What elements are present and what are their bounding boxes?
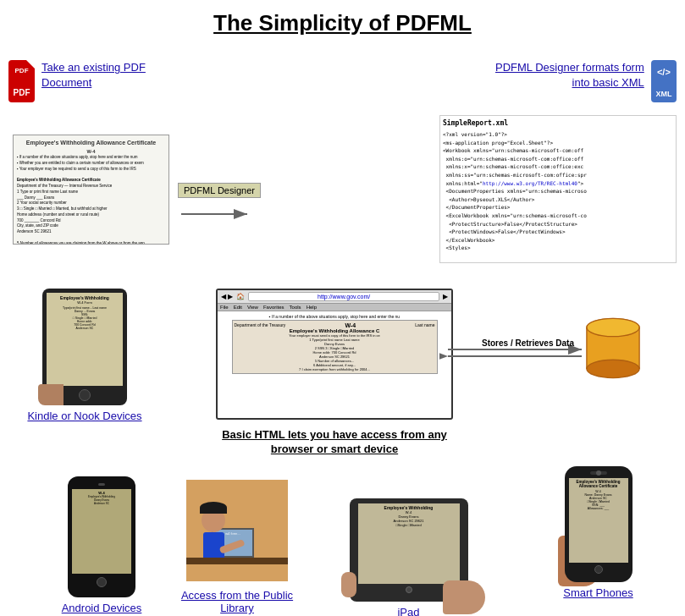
xml-icon: </> bbox=[651, 60, 677, 102]
menu-file[interactable]: File bbox=[220, 305, 229, 310]
smartphone-label[interactable]: Smart Phones bbox=[528, 586, 668, 599]
database-block bbox=[558, 314, 668, 385]
xml-label[interactable]: PDFML Designer formats form into basic X… bbox=[490, 60, 644, 91]
kindle-label[interactable]: Kindle or Nook Devices bbox=[25, 410, 144, 422]
page-title: The Simplicity of PDFML bbox=[0, 0, 685, 43]
database-icon bbox=[579, 314, 647, 382]
browser-url: http://www.gov.com/ bbox=[318, 294, 370, 300]
android-label[interactable]: Android Devices bbox=[47, 602, 157, 614]
android-device: W-4 Employee's WithholdingDanny EvansAnd… bbox=[68, 476, 135, 597]
svg-point-9 bbox=[587, 360, 639, 377]
library-block: w4 form... Access from the Public Librar… bbox=[178, 480, 296, 614]
library-label[interactable]: Access from the Public Library bbox=[178, 589, 296, 614]
pdf-block: PDF Take an existing PDF Document bbox=[8, 60, 152, 106]
pdf-icon: PDF bbox=[8, 60, 35, 102]
browser-block: ◀ ▶ 🏠 http://www.gov.com/ ▶ File Edit Vi… bbox=[212, 289, 457, 457]
xml-code-block: SimpleReport.xml <?xml version="1.0"?> <… bbox=[439, 115, 677, 263]
pdfml-designer-arrow: PDFML Designer bbox=[178, 183, 261, 227]
ipad-block: Employee's Withholding W-4Danny EvansAnd… bbox=[334, 498, 483, 616]
w4-form-image-top: Employee's Withholding Allowance Certifi… bbox=[13, 135, 169, 245]
smartphone-block: Employee's Withholding Allowance Certifi… bbox=[528, 466, 668, 599]
pdf-label[interactable]: Take an existing PDF Document bbox=[41, 60, 152, 91]
svg-point-10 bbox=[587, 318, 639, 336]
menu-favorites[interactable]: Favorites bbox=[263, 305, 284, 310]
iphone-screen: Employee's Withholding Allowance Certifi… bbox=[569, 478, 628, 563]
ipad-screen: Employee's Withholding W-4Danny EvansAnd… bbox=[358, 503, 460, 584]
menu-help[interactable]: Help bbox=[307, 305, 317, 310]
menu-view[interactable]: View bbox=[247, 305, 258, 310]
android-screen: W-4 Employee's WithholdingDanny EvansAnd… bbox=[72, 489, 131, 574]
arrow-label: PDFML Designer bbox=[178, 183, 261, 198]
browser-content: ▪ If a number of the above situations ap… bbox=[218, 311, 451, 409]
menu-tools[interactable]: Tools bbox=[290, 305, 301, 310]
xml-block: PDFML Designer formats form into basic X… bbox=[490, 60, 677, 106]
iphone-device: Employee's Withholding Allowance Certifi… bbox=[565, 466, 633, 582]
menu-edit[interactable]: Edit bbox=[234, 305, 242, 310]
kindle-block: Employee's Withholding W-4 Form Type/pri… bbox=[25, 289, 144, 422]
browser-window: ◀ ▶ 🏠 http://www.gov.com/ ▶ File Edit Vi… bbox=[216, 289, 453, 420]
html-access-label: Basic HTML lets you have access from any… bbox=[212, 428, 457, 457]
android-block: W-4 Employee's WithholdingDanny EvansAnd… bbox=[47, 476, 157, 614]
kindle-screen: Employee's Withholding W-4 Form Type/pri… bbox=[47, 293, 123, 386]
